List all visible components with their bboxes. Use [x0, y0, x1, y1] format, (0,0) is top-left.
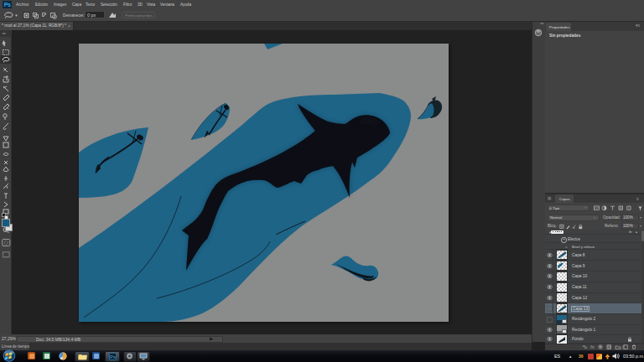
svg-text:fx: fx — [590, 344, 595, 349]
